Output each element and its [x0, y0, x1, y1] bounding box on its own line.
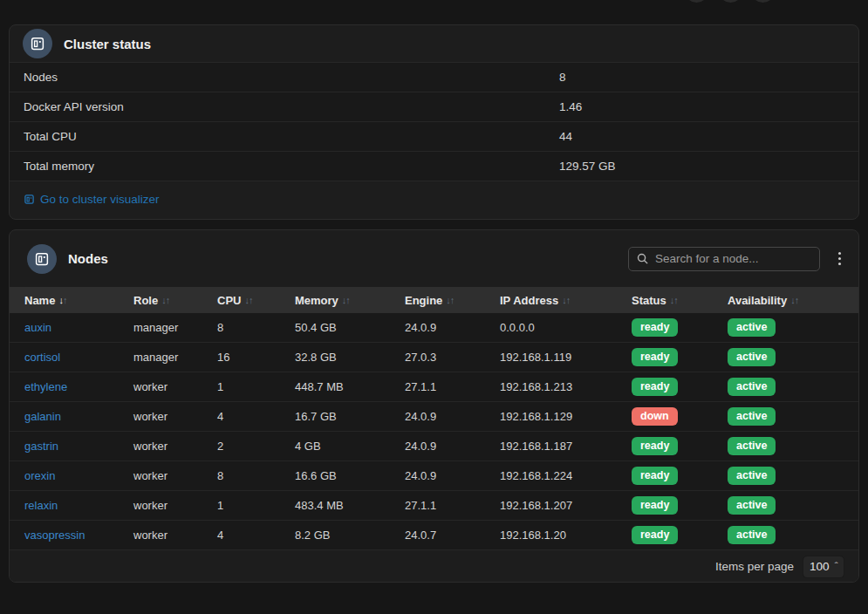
- sort-arrows-icon: ↓↑: [58, 295, 66, 305]
- sort-arrows-icon: ↓↑: [790, 295, 798, 305]
- cell-ip-address: 192.168.1.129: [500, 410, 632, 423]
- cell-memory: 50.4 GB: [295, 321, 405, 334]
- status-badge: ready: [632, 318, 678, 336]
- cell-engine: 24.0.9: [405, 469, 500, 482]
- cell-memory: 16.6 GB: [295, 469, 405, 482]
- nodes-title: Nodes: [68, 251, 108, 266]
- column-header-label: Role: [133, 294, 158, 307]
- cell-engine: 27.1.1: [405, 380, 500, 393]
- column-header-label: Availability: [728, 294, 787, 307]
- cell-cpu: 1: [217, 380, 295, 393]
- cluster-status-title: Cluster status: [64, 37, 151, 51]
- visualizer-link-label: Go to cluster visualizer: [40, 193, 160, 206]
- table-footer: Items per page 100 ˆ: [10, 550, 858, 583]
- nodes-header: Nodes: [10, 230, 858, 287]
- column-header-ip-address[interactable]: IP Address ↓↑: [500, 294, 632, 307]
- column-header-role[interactable]: Role ↓↑: [133, 294, 217, 307]
- cell-engine: 24.0.9: [405, 321, 500, 334]
- column-header-name[interactable]: Name ↓↑: [24, 294, 133, 307]
- column-header-availability[interactable]: Availability ↓↑: [728, 294, 858, 307]
- cell-role: worker: [133, 499, 217, 512]
- cluster-row-label: Total memory: [10, 160, 94, 173]
- node-name-link[interactable]: vasopressin: [24, 529, 85, 542]
- column-header-cpu[interactable]: CPU ↓↑: [217, 294, 295, 307]
- cluster-status-row: Docker API version 1.46: [10, 92, 858, 121]
- sort-arrows-icon: ↓↑: [670, 295, 678, 305]
- cell-role: worker: [133, 469, 217, 482]
- search-input[interactable]: [628, 247, 820, 271]
- cell-engine: 24.0.7: [405, 529, 500, 542]
- top-partial-button-3[interactable]: [751, 0, 775, 3]
- cell-cpu: 2: [217, 440, 295, 453]
- column-header-status[interactable]: Status ↓↑: [632, 294, 728, 307]
- node-name-link[interactable]: ethylene: [24, 380, 67, 393]
- cell-ip-address: 0.0.0.0: [500, 321, 632, 334]
- cell-role: worker: [133, 410, 217, 423]
- node-name-link[interactable]: orexin: [24, 469, 55, 482]
- cell-role: worker: [133, 440, 217, 453]
- chevron-down-icon: ˆ: [834, 562, 837, 571]
- search-icon: [636, 252, 649, 269]
- column-header-label: Engine: [405, 294, 442, 307]
- cell-ip-address: 192.168.1.213: [500, 380, 632, 393]
- node-name-link[interactable]: relaxin: [24, 499, 58, 512]
- table-row: gastrin worker 2 4 GB 24.0.9 192.168.1.1…: [10, 432, 858, 461]
- availability-badge: active: [728, 348, 776, 365]
- cell-engine: 27.0.3: [405, 351, 500, 364]
- cluster-status-rows: Nodes 8 Docker API version 1.46 Total CP…: [10, 62, 858, 181]
- cell-ip-address: 192.168.1.224: [500, 469, 632, 482]
- table-row: ethylene worker 1 448.7 MB 27.1.1 192.16…: [10, 372, 858, 402]
- cell-cpu: 8: [217, 321, 295, 334]
- cell-memory: 32.8 GB: [295, 351, 405, 364]
- cell-role: manager: [133, 351, 217, 364]
- nodes-panel: Nodes Name ↓↑ Role ↓↑ CPU ↓↑ Memory ↓↑: [9, 229, 859, 583]
- status-badge: ready: [632, 467, 678, 484]
- top-partial-button-2[interactable]: [719, 0, 742, 3]
- cell-cpu: 1: [217, 499, 295, 512]
- cell-memory: 8.2 GB: [295, 529, 405, 542]
- cluster-row-value: 1.46: [559, 100, 582, 113]
- sort-arrows-icon: ↓↑: [562, 295, 570, 305]
- column-header-label: Status: [632, 294, 666, 307]
- node-name-link[interactable]: gastrin: [24, 440, 58, 453]
- cluster-row-value: 8: [559, 71, 566, 84]
- sort-arrows-icon: ↓↑: [342, 295, 350, 305]
- sort-arrows-icon: ↓↑: [446, 295, 454, 305]
- node-search: [628, 247, 820, 271]
- cell-ip-address: 192.168.1.187: [500, 440, 632, 453]
- items-per-page-label: Items per page: [715, 560, 794, 573]
- column-header-engine[interactable]: Engine ↓↑: [405, 294, 500, 307]
- cell-engine: 27.1.1: [405, 499, 500, 512]
- cell-role: worker: [133, 529, 217, 542]
- cell-ip-address: 192.168.1.207: [500, 499, 632, 512]
- column-header-label: Memory: [295, 294, 338, 307]
- availability-badge: active: [728, 496, 776, 514]
- cluster-status-header: Cluster status: [10, 25, 858, 62]
- cell-memory: 448.7 MB: [295, 380, 405, 393]
- column-header-label: IP Address: [500, 294, 558, 307]
- cell-memory: 4 GB: [295, 440, 405, 453]
- cell-cpu: 4: [217, 529, 295, 542]
- cell-engine: 24.0.9: [405, 410, 500, 423]
- table-row: auxin manager 8 50.4 GB 24.0.9 0.0.0.0 r…: [10, 313, 858, 343]
- status-badge: ready: [632, 378, 678, 395]
- go-to-cluster-visualizer-link[interactable]: Go to cluster visualizer: [24, 193, 160, 206]
- table-row: galanin worker 4 16.7 GB 24.0.9 192.168.…: [10, 402, 858, 432]
- cell-memory: 16.7 GB: [295, 410, 405, 423]
- table-body: auxin manager 8 50.4 GB 24.0.9 0.0.0.0 r…: [10, 313, 858, 550]
- kebab-menu-button[interactable]: [830, 247, 848, 271]
- items-per-page-select[interactable]: 100 ˆ: [803, 556, 844, 578]
- column-header-label: Name: [24, 294, 55, 307]
- cluster-row-label: Nodes: [10, 71, 58, 84]
- items-per-page-value: 100: [810, 560, 830, 573]
- node-name-link[interactable]: auxin: [24, 321, 51, 334]
- node-name-link[interactable]: galanin: [24, 410, 61, 423]
- visualizer-widget-icon: [24, 194, 35, 205]
- availability-badge: active: [728, 407, 776, 425]
- availability-badge: active: [728, 378, 776, 395]
- availability-badge: active: [728, 437, 776, 454]
- node-name-link[interactable]: cortisol: [24, 351, 60, 364]
- cell-cpu: 8: [217, 469, 295, 482]
- top-partial-button-1[interactable]: [685, 0, 708, 3]
- column-header-memory[interactable]: Memory ↓↑: [295, 294, 405, 307]
